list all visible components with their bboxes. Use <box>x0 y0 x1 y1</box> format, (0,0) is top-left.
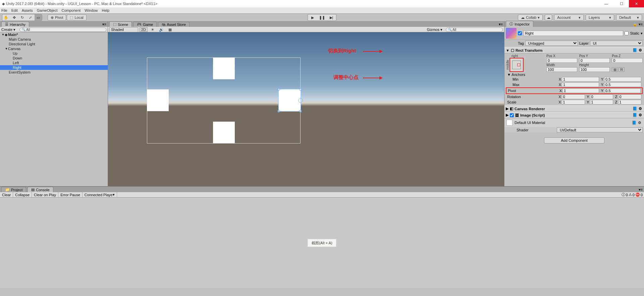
menu-assets[interactable]: Assets <box>22 8 33 12</box>
width-field[interactable] <box>546 67 577 72</box>
render-mode-dropdown[interactable]: Shaded <box>109 27 138 32</box>
collab-dropdown[interactable]: ☁Collab▾ <box>518 14 543 20</box>
menu-file[interactable]: File <box>1 8 7 12</box>
gear-icon[interactable]: ⚙ <box>639 48 643 52</box>
console-body[interactable]: 截图(Alt + A) <box>0 198 644 288</box>
hand-tool-icon[interactable]: ✋ <box>2 14 10 20</box>
panel-menu-icon[interactable]: ▾≡ <box>499 22 503 27</box>
canvas-renderer-header[interactable]: ▶◧Canvas Renderer📘⚙ <box>504 105 644 112</box>
selection-handle[interactable] <box>299 88 302 91</box>
layer-dropdown[interactable]: UI <box>590 41 643 46</box>
tab-project[interactable]: 📁Project <box>1 187 26 192</box>
anchor-max-y[interactable] <box>604 82 641 87</box>
lighting-icon[interactable]: ☀ <box>149 27 156 33</box>
help-icon[interactable]: 📘 <box>633 48 637 52</box>
pivot-indicator-icon[interactable] <box>298 98 303 103</box>
collapse-toggle[interactable]: Collapse <box>13 192 32 197</box>
gear-icon[interactable]: ⚙ <box>638 121 642 125</box>
scene-viewport[interactable] <box>108 32 504 186</box>
connected-player-dropdown[interactable]: Connected Playe▾ <box>83 192 117 197</box>
ui-element-down[interactable] <box>213 122 235 143</box>
play-button-icon[interactable]: ▶ <box>308 14 317 20</box>
pivot-toggle[interactable]: ⊕Pivot <box>48 14 66 20</box>
tab-hierarchy[interactable]: ☰Hierarchy <box>1 22 29 27</box>
hierarchy-search[interactable]: 🔍All <box>19 28 106 32</box>
anchor-min-x[interactable] <box>562 77 599 82</box>
tree-item[interactable]: ▼Canvas <box>0 46 108 51</box>
height-field[interactable] <box>579 67 610 72</box>
maximize-button[interactable]: ☐ <box>614 0 629 7</box>
scale-z[interactable] <box>618 100 641 104</box>
selection-handle[interactable] <box>299 110 302 113</box>
tree-item[interactable]: Main Camera <box>0 37 108 42</box>
local-toggle[interactable]: ⬚Local <box>67 14 86 20</box>
error-icon[interactable]: ⛔ <box>635 193 640 197</box>
scale-y[interactable] <box>590 100 613 104</box>
tab-console[interactable]: ▤Console <box>28 187 53 192</box>
blueprint-mode-icon[interactable]: ⊞ <box>612 67 618 72</box>
panel-menu-icon[interactable]: ▾≡ <box>102 22 106 27</box>
panel-menu-icon[interactable]: ▾≡ <box>639 22 643 27</box>
help-icon[interactable]: 📘 <box>633 113 637 117</box>
selection-handle[interactable] <box>277 110 280 113</box>
static-checkbox[interactable] <box>625 31 629 35</box>
posx-field[interactable] <box>546 58 577 63</box>
rect-tool-icon[interactable]: ▭ <box>35 14 42 20</box>
info-icon[interactable]: ⓘ <box>622 192 625 197</box>
tree-item[interactable]: Down <box>0 56 108 60</box>
menu-edit[interactable]: Edit <box>11 8 18 12</box>
close-button[interactable]: ✕ <box>629 0 644 7</box>
gameobject-name-field[interactable] <box>523 31 623 36</box>
pivot-x-field[interactable] <box>562 88 599 93</box>
tree-item[interactable]: Left <box>0 60 108 65</box>
scale-tool-icon[interactable]: ⤢ <box>26 14 34 20</box>
account-dropdown[interactable]: Account▾ <box>554 14 584 20</box>
error-pause-toggle[interactable]: Error Pause <box>58 192 83 197</box>
tree-item[interactable]: Directional Light <box>0 42 108 46</box>
rotate-tool-icon[interactable]: ↻ <box>18 14 26 20</box>
tree-item[interactable]: EventSystem <box>0 70 108 75</box>
foldout-icon[interactable]: ▼ <box>506 48 509 52</box>
menu-component[interactable]: Component <box>61 8 80 12</box>
tree-item-selected[interactable]: Right <box>0 65 108 70</box>
audio-icon[interactable]: 🔊 <box>158 27 165 33</box>
ui-element-left[interactable] <box>147 89 169 111</box>
scene-root[interactable]: ▼◆Main* <box>0 32 108 37</box>
active-checkbox[interactable] <box>518 31 522 35</box>
material-preview-icon[interactable] <box>506 120 513 126</box>
rot-y[interactable] <box>590 94 613 99</box>
image-component-header[interactable]: ▶🖼Image (Script)📘⚙ <box>504 112 644 118</box>
menu-gameobject[interactable]: GameObject <box>37 8 58 12</box>
tag-dropdown[interactable]: Untagged <box>525 41 578 46</box>
selection-handle[interactable] <box>277 88 280 91</box>
posy-field[interactable] <box>579 58 610 63</box>
gear-icon[interactable]: ⚙ <box>639 107 643 111</box>
tree-item[interactable]: Up <box>0 51 108 56</box>
raw-edit-button[interactable]: R <box>619 67 625 72</box>
image-enabled-checkbox[interactable] <box>510 113 514 117</box>
anchors-foldout[interactable]: ▼ Anchors <box>507 73 525 77</box>
gizmos-dropdown[interactable]: Gizmos ▾ <box>427 28 442 32</box>
tab-game[interactable]: 🎮Game <box>133 22 157 27</box>
rot-z[interactable] <box>618 94 641 99</box>
add-component-button[interactable]: Add Component <box>544 137 604 143</box>
menu-window[interactable]: Window <box>85 8 98 12</box>
scene-search[interactable]: 🔍All <box>446 28 503 32</box>
lock-icon[interactable]: 🔒 <box>633 22 637 27</box>
static-dropdown-icon[interactable]: ▾ <box>641 31 643 36</box>
tab-inspector[interactable]: ⓘInspector <box>506 21 533 27</box>
clear-button[interactable]: Clear <box>0 192 13 197</box>
ui-element-up[interactable] <box>213 57 235 79</box>
gear-icon[interactable]: ⚙ <box>639 113 643 117</box>
foldout-icon[interactable]: ▶ <box>506 107 508 111</box>
posz-field[interactable] <box>612 58 643 63</box>
rect-transform-header[interactable]: ▼ ▢ Rect Transform 📘⚙ <box>504 47 644 53</box>
move-tool-icon[interactable]: ✥ <box>10 14 18 20</box>
menu-help[interactable]: Help <box>102 8 109 12</box>
layout-dropdown[interactable]: Default▾ <box>616 14 642 20</box>
clear-on-play-toggle[interactable]: Clear on Play <box>32 192 58 197</box>
help-icon[interactable]: 📘 <box>632 121 637 125</box>
rot-x[interactable] <box>562 94 585 99</box>
layers-dropdown[interactable]: Layers▾ <box>586 14 614 20</box>
2d-toggle[interactable]: 2D <box>140 27 148 32</box>
